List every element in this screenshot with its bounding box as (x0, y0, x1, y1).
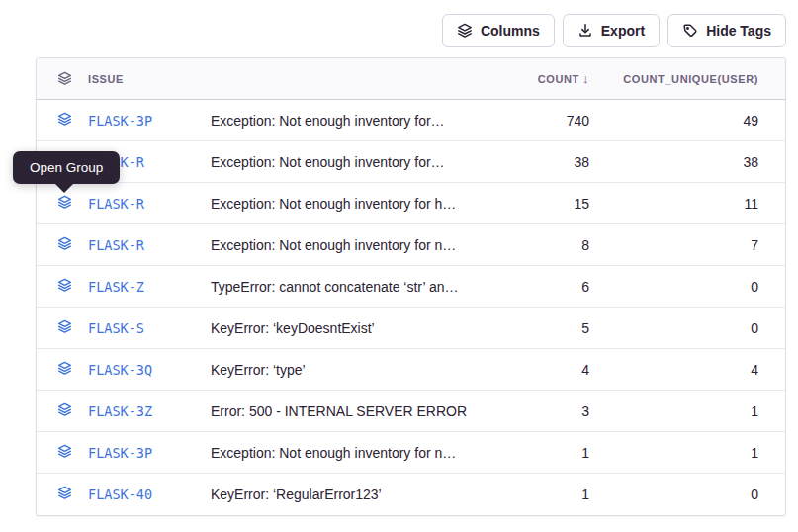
tooltip-arrow (54, 183, 74, 193)
layers-icon (57, 319, 72, 337)
count-value: 8 (471, 237, 589, 253)
count-value: 1 (471, 445, 589, 461)
issue-title: Exception: Not enough inventory for h… (207, 196, 471, 212)
layers-icon (57, 486, 72, 503)
table-header-row: ISSUE COUNT↓ COUNT_UNIQUE(USER) (37, 58, 785, 100)
count-unique-value: 1 (589, 445, 785, 461)
count-value: 740 (471, 113, 589, 129)
issues-table: ISSUE COUNT↓ COUNT_UNIQUE(USER) FLASK-3P… (36, 57, 786, 516)
issue-link[interactable]: FLASK-R (88, 237, 144, 253)
count-unique-value: 7 (589, 237, 785, 253)
open-group-button[interactable] (57, 486, 72, 503)
count-value: 4 (471, 362, 589, 378)
column-header-count[interactable]: COUNT↓ (471, 71, 589, 86)
export-button-label: Export (601, 23, 645, 39)
issue-title: KeyError: ‘keyDoesntExist’ (207, 320, 471, 336)
count-unique-value: 1 (589, 403, 785, 419)
table-row[interactable]: FLASK-R Exception: Not enough inventory … (37, 224, 785, 266)
column-header-issue[interactable]: ISSUE (84, 73, 207, 85)
table-row[interactable]: FLASK-3Z Error: 500 - INTERNAL SERVER ER… (37, 391, 785, 432)
open-group-button[interactable] (57, 278, 72, 296)
hide-tags-button-label: Hide Tags (706, 23, 771, 39)
columns-button-label: Columns (481, 23, 540, 39)
stack-header-icon[interactable] (37, 71, 84, 86)
layers-icon (57, 195, 72, 213)
open-group-button[interactable] (57, 444, 72, 462)
table-row[interactable]: FLASK-3P Exception: Not enough inventory… (37, 100, 785, 141)
issue-link[interactable]: FLASK-3Z (88, 403, 152, 419)
count-value: 1 (471, 487, 589, 502)
count-unique-value: 4 (589, 362, 785, 378)
layers-icon (57, 361, 72, 379)
count-unique-value: 11 (589, 196, 785, 212)
issue-link[interactable]: FLASK-3Q (88, 362, 152, 378)
download-icon (577, 23, 593, 39)
issue-link[interactable]: FLASK-R (88, 196, 144, 212)
layers-icon (57, 236, 72, 254)
count-unique-value: 49 (589, 113, 785, 129)
count-value: 6 (471, 279, 589, 295)
open-group-button[interactable] (57, 195, 72, 213)
layers-icon (57, 112, 72, 130)
table-row[interactable]: FLASK-40 KeyError: ‘RegularError123’ 1 0 (37, 474, 785, 515)
count-value: 38 (471, 154, 589, 170)
issue-title: KeyError: ‘type’ (207, 362, 471, 378)
issue-link[interactable]: FLASK-40 (88, 487, 152, 502)
layers-icon (57, 444, 72, 462)
issue-title: Exception: Not enough inventory for… (207, 154, 471, 170)
open-group-button[interactable] (57, 402, 72, 420)
column-header-count-unique[interactable]: COUNT_UNIQUE(USER) (589, 73, 785, 85)
count-unique-value: 38 (589, 154, 785, 170)
issue-title: TypeError: cannot concatenate ‘str’ an… (207, 279, 471, 295)
layers-icon (57, 278, 72, 296)
export-button[interactable]: Export (563, 14, 660, 47)
open-group-button[interactable] (57, 236, 72, 254)
issue-link[interactable]: FLASK-Z (88, 279, 144, 295)
table-row[interactable]: FLASK-R Exception: Not enough inventory … (37, 141, 785, 183)
layers-icon (457, 23, 473, 39)
open-group-button[interactable] (57, 112, 72, 130)
layers-icon (57, 402, 72, 420)
issue-title: KeyError: ‘RegularError123’ (207, 487, 471, 502)
issue-title: Error: 500 - INTERNAL SERVER ERROR (207, 403, 471, 419)
issue-title: Exception: Not enough inventory for n… (207, 237, 471, 253)
issue-link[interactable]: FLASK-S (88, 320, 144, 336)
count-unique-value: 0 (589, 320, 785, 336)
table-row[interactable]: FLASK-3Q KeyError: ‘type’ 4 4 (37, 349, 785, 391)
count-unique-value: 0 (589, 279, 785, 295)
hide-tags-button[interactable]: Hide Tags (667, 14, 786, 47)
table-body: FLASK-3P Exception: Not enough inventory… (37, 100, 785, 515)
issue-link[interactable]: FLASK-3P (88, 113, 152, 129)
open-group-button[interactable] (57, 361, 72, 379)
open-group-button[interactable] (57, 319, 72, 337)
toolbar: Columns Export Hide Tags (442, 14, 786, 47)
count-unique-value: 0 (589, 487, 785, 502)
tooltip-label: Open Group (30, 160, 103, 175)
table-row[interactable]: FLASK-R Exception: Not enough inventory … (37, 183, 785, 224)
issue-title: Exception: Not enough inventory for n… (207, 445, 471, 461)
count-value: 15 (471, 196, 589, 212)
issue-title: Exception: Not enough inventory for… (207, 113, 471, 129)
table-row[interactable]: FLASK-3P Exception: Not enough inventory… (37, 432, 785, 474)
table-row[interactable]: FLASK-Z TypeError: cannot concatenate ‘s… (37, 266, 785, 308)
issue-link[interactable]: FLASK-3P (88, 445, 152, 461)
count-value: 5 (471, 320, 589, 336)
sort-descending-icon: ↓ (582, 71, 589, 86)
open-group-tooltip: Open Group (13, 151, 120, 184)
columns-button[interactable]: Columns (442, 14, 555, 47)
count-value: 3 (471, 403, 589, 419)
tag-icon (682, 23, 698, 39)
table-row[interactable]: FLASK-S KeyError: ‘keyDoesntExist’ 5 0 (37, 308, 785, 349)
